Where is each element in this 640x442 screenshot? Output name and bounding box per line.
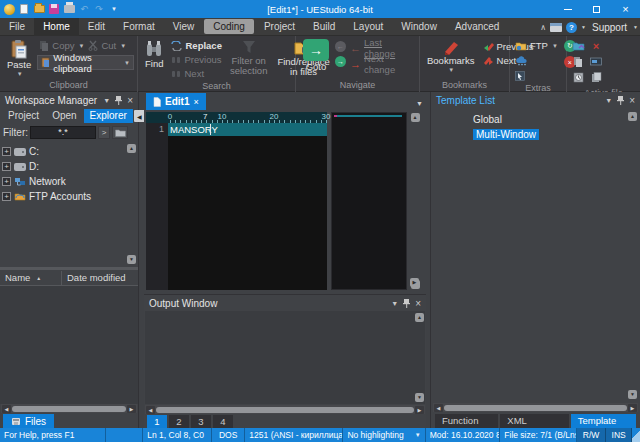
menu-build[interactable]: Build	[304, 18, 344, 36]
status-read-write[interactable]: R/W	[577, 428, 607, 442]
workspace-pin-icon[interactable]	[115, 96, 122, 105]
help-dropdown-icon[interactable]: ▼	[581, 24, 586, 30]
workspace-close-icon[interactable]: ×	[127, 96, 133, 105]
template-menu-icon[interactable]: ▼	[605, 97, 612, 104]
workspace-splitter[interactable]	[0, 267, 138, 270]
menu-layout[interactable]: Layout	[344, 18, 392, 36]
goto-button[interactable]: → Goto	[299, 38, 333, 73]
status-line-format[interactable]: DOS	[212, 428, 245, 442]
scroll-thumb[interactable]	[444, 405, 627, 411]
template-close-icon[interactable]: ×	[629, 96, 635, 105]
scroll-right-icon[interactable]: ▶	[415, 406, 424, 414]
redo-icon[interactable]: ↷	[93, 3, 105, 15]
expand-icon[interactable]: +	[2, 147, 11, 156]
tab-project[interactable]: Project	[2, 109, 45, 123]
editor-hscroll-right-icon[interactable]: ▶	[410, 278, 419, 287]
support-menu[interactable]: Support	[592, 22, 627, 33]
nav-forward-icon[interactable]: →	[335, 56, 346, 67]
save-as-icon[interactable]	[589, 70, 603, 85]
column-name[interactable]: Name ▲	[0, 271, 62, 285]
filter-browse-button[interactable]	[112, 126, 128, 139]
scroll-down-icon[interactable]: ▼	[415, 393, 424, 402]
scroll-left-icon[interactable]: ◀	[434, 404, 443, 412]
scroll-up-icon[interactable]: ▲	[415, 313, 424, 322]
tab-open[interactable]: Open	[46, 109, 82, 123]
app-logo-icon[interactable]	[3, 3, 15, 15]
editor-vscrollbar[interactable]: ▲ ▼	[410, 112, 420, 290]
tab-function-list[interactable]: Function List	[435, 414, 498, 428]
rename-file-icon[interactable]	[589, 54, 603, 69]
filter-apply-button[interactable]: >	[98, 126, 110, 139]
scroll-up-icon[interactable]: ▲	[411, 113, 420, 122]
template-item-multi-window[interactable]: Multi-Window	[431, 127, 640, 142]
copy-button[interactable]: Copy▼	[37, 39, 86, 52]
filter-on-selection-button[interactable]: Filter on selection	[226, 38, 272, 76]
template-pin-icon[interactable]	[617, 96, 624, 105]
workspace-menu-icon[interactable]: ▼	[103, 97, 110, 104]
highlighting-dropdown-icon[interactable]: ▼	[415, 432, 421, 438]
resize-grip[interactable]	[632, 428, 640, 442]
menu-file[interactable]: File	[0, 18, 34, 36]
new-file-icon[interactable]	[18, 3, 30, 15]
open-file-icon[interactable]	[33, 3, 45, 15]
replace-button[interactable]: Replace	[169, 39, 223, 52]
menu-window[interactable]: Window	[392, 18, 446, 36]
support-dropdown-icon[interactable]: ▼	[633, 24, 638, 30]
status-encoding[interactable]: 1251 (ANSI - кириллица) ▼	[245, 428, 343, 442]
bookmarks-button[interactable]: Bookmarks ▼	[423, 38, 479, 74]
output-vscrollbar[interactable]: ▲ ▼	[415, 313, 424, 402]
find-next-button[interactable]: Next	[169, 67, 223, 80]
next-change-button[interactable]: → Next change	[348, 57, 416, 70]
menu-format[interactable]: Format	[114, 18, 164, 36]
scroll-right-icon[interactable]: ▶	[127, 405, 136, 413]
find-previous-button[interactable]: Previous	[169, 53, 223, 66]
close-button[interactable]: ×	[611, 0, 640, 18]
template-item-global[interactable]: Global	[431, 112, 640, 127]
tree-item-c-drive[interactable]: + C:	[2, 144, 136, 159]
workspace-hscrollbar[interactable]: ◀ ▶	[1, 404, 137, 413]
open-containing-folder-icon[interactable]	[571, 38, 585, 53]
template-scroll-up-button[interactable]: ▲	[628, 112, 637, 121]
output-tab-2[interactable]: 2	[169, 415, 189, 428]
template-hscrollbar[interactable]: ◀ ▶	[433, 403, 638, 412]
file-list[interactable]	[0, 286, 138, 405]
tree-scroll-up-button[interactable]: ▲	[127, 144, 136, 153]
file-info-icon[interactable]	[571, 70, 585, 85]
text-area[interactable]: MANSORY	[168, 123, 327, 290]
column-date-modified[interactable]: Date modified	[62, 272, 126, 283]
find-button[interactable]: Find	[141, 38, 167, 70]
ribbon-mode-icon[interactable]	[550, 23, 562, 32]
output-menu-icon[interactable]: ▼	[391, 300, 398, 307]
cut-button[interactable]: Cut▼	[86, 39, 128, 52]
expand-icon[interactable]: +	[2, 162, 11, 171]
menu-project[interactable]: Project	[255, 18, 304, 36]
menu-edit[interactable]: Edit	[79, 18, 114, 36]
cloud-button[interactable]	[513, 54, 560, 67]
collapse-ribbon-icon[interactable]: ∧	[540, 23, 546, 32]
close-file-icon[interactable]: ×	[589, 38, 603, 53]
editor-pane[interactable]: 0 7 10 20 30 1 MANSORY	[146, 112, 327, 290]
nav-back-icon[interactable]: ←	[335, 41, 346, 52]
tab-list-dropdown-icon[interactable]: ▼	[416, 100, 423, 107]
print-icon[interactable]	[63, 3, 75, 15]
save-icon[interactable]	[48, 3, 60, 15]
qat-customize-icon[interactable]: ▼	[108, 3, 120, 15]
copy-file-path-icon[interactable]	[571, 54, 585, 69]
menu-home[interactable]: Home	[34, 18, 79, 36]
scroll-thumb[interactable]	[12, 406, 126, 412]
expand-icon[interactable]: +	[2, 177, 11, 186]
tree-scroll-down-button[interactable]: ▼	[127, 255, 136, 264]
output-tab-1[interactable]: 1	[147, 415, 167, 428]
output-hscrollbar[interactable]: ◀ ▶	[145, 405, 425, 414]
undo-icon[interactable]: ↶	[78, 3, 90, 15]
scroll-left-icon[interactable]: ◀	[2, 405, 11, 413]
tree-item-network[interactable]: + Network	[2, 174, 136, 189]
menu-coding[interactable]: Coding	[204, 19, 254, 34]
tab-explorer[interactable]: Explorer	[84, 109, 133, 123]
expand-icon[interactable]: +	[2, 192, 11, 201]
minimize-button[interactable]	[553, 0, 582, 18]
ftp-button[interactable]: FTP▼	[513, 39, 560, 52]
menu-view[interactable]: View	[164, 18, 204, 36]
output-content[interactable]: ▲ ▼	[145, 311, 425, 404]
tab-template-list[interactable]: Template List	[571, 414, 636, 428]
